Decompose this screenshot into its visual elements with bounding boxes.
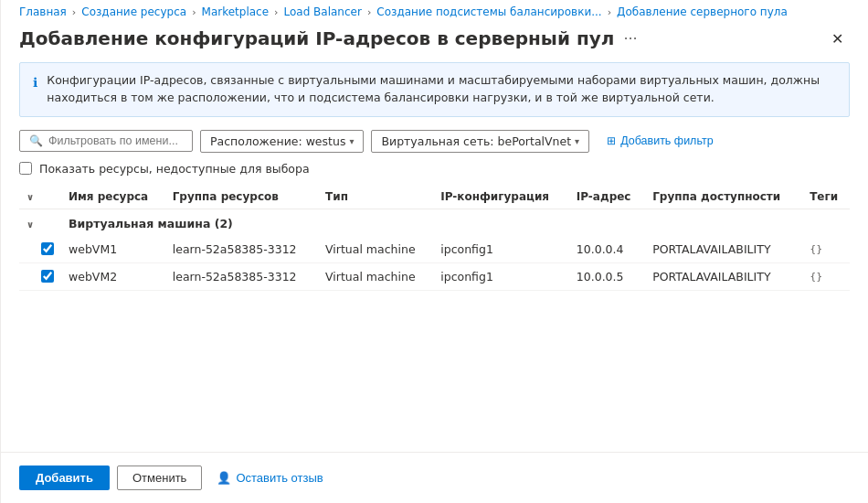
col-type[interactable]: Тип: [318, 185, 433, 209]
panel-title-row: Добавление конфигураций IP-адресов в сер…: [19, 27, 638, 49]
row2-type: Virtual machine: [318, 262, 433, 290]
breadcrumb-create[interactable]: Создание ресурса: [81, 5, 186, 18]
close-button[interactable]: ✕: [824, 26, 850, 51]
add-filter-label: Добавить фильтр: [620, 134, 714, 147]
row1-tags: {}: [802, 236, 850, 263]
vnet-filter-chevron: ▾: [575, 136, 579, 146]
row1-resource-group: learn-52a58385-3312: [165, 236, 318, 263]
breadcrumb-home[interactable]: Главная: [19, 5, 67, 18]
info-text: Конфигурации IP-адресов, связанные с вир…: [47, 72, 836, 107]
feedback-button[interactable]: 👤 Оставить отзыв: [209, 466, 330, 489]
row1-indent: [19, 236, 61, 263]
col-ip-config[interactable]: IP-конфигурация: [433, 185, 569, 209]
row1-ip-address: 10.0.0.4: [569, 236, 645, 263]
breadcrumb-sep-5: ›: [608, 6, 611, 18]
row1-checkbox[interactable]: [41, 242, 54, 255]
row1-name: webVM1: [61, 236, 165, 263]
cancel-button[interactable]: Отменить: [117, 466, 202, 490]
show-unavailable-checkbox[interactable]: [19, 162, 32, 175]
breadcrumb-sep-3: ›: [274, 6, 278, 18]
filters-row: 🔍 Расположение: westus ▾ Виртуальная сет…: [1, 130, 868, 162]
col-name[interactable]: Имя ресурса: [61, 185, 165, 209]
show-unavailable-row: Показать ресурсы, недоступные для выбора: [1, 162, 868, 185]
vnet-filter-label: Виртуальная сеть: bePortalVnet: [381, 134, 571, 148]
location-filter-label: Расположение: westus: [210, 134, 345, 148]
row1-availability-group: PORTALAVAILABILITY: [645, 236, 802, 263]
info-box: ℹ Конфигурации IP-адресов, связанные с в…: [19, 62, 850, 117]
group-chevron-icon[interactable]: ∨: [26, 219, 34, 230]
page-title: Добавление конфигураций IP-адресов в сер…: [19, 27, 614, 49]
breadcrumb-sep-4: ›: [367, 6, 371, 18]
row2-indent: [19, 262, 61, 290]
info-icon: ℹ: [33, 73, 37, 92]
breadcrumb-lb[interactable]: Load Balancer: [283, 5, 361, 18]
feedback-icon: 👤: [217, 471, 231, 485]
search-input[interactable]: [48, 134, 183, 147]
breadcrumb-create-lb[interactable]: Создание подсистемы балансировки...: [376, 5, 601, 18]
panel-header: Добавление конфигураций IP-адресов в сер…: [1, 22, 868, 62]
group-chevron-cell: ∨: [19, 209, 61, 236]
breadcrumb: Главная › Создание ресурса › Marketplace…: [1, 0, 868, 22]
table-container: ∨ Имя ресурса Группа ресурсов Тип IP-кон…: [1, 185, 868, 453]
row1-ip-config: ipconfig1: [433, 236, 569, 263]
feedback-label: Оставить отзыв: [236, 471, 323, 485]
col-expand: ∨: [19, 185, 61, 209]
row1-type: Virtual machine: [318, 236, 433, 263]
search-icon: 🔍: [29, 134, 43, 147]
group-label: Виртуальная машина (2): [61, 209, 850, 236]
row2-resource-group: learn-52a58385-3312: [165, 262, 318, 290]
table-header-row: ∨ Имя ресурса Группа ресурсов Тип IP-кон…: [19, 185, 850, 209]
col-ip-address[interactable]: IP-адрес: [569, 185, 645, 209]
location-filter-chevron: ▾: [349, 136, 354, 146]
group-row-vm: ∨ Виртуальная машина (2): [19, 209, 850, 236]
row2-checkbox[interactable]: [41, 270, 54, 283]
resources-table: ∨ Имя ресурса Группа ресурсов Тип IP-кон…: [19, 185, 850, 291]
breadcrumb-sep-1: ›: [72, 6, 76, 18]
breadcrumb-sep-2: ›: [192, 6, 196, 18]
row2-name: webVM2: [61, 262, 165, 290]
vnet-filter[interactable]: Виртуальная сеть: bePortalVnet ▾: [371, 130, 589, 153]
col-tags[interactable]: Теги: [802, 185, 850, 209]
col-resource-group[interactable]: Группа ресурсов: [165, 185, 318, 209]
col-availability-group[interactable]: Группа доступности: [645, 185, 802, 209]
row2-tags: {}: [802, 262, 850, 290]
header-chevron-icon[interactable]: ∨: [26, 192, 34, 202]
table-row: webVM2 learn-52a58385-3312 Virtual machi…: [19, 262, 850, 290]
table-row: webVM1 learn-52a58385-3312 Virtual machi…: [19, 236, 850, 263]
filter-search-box[interactable]: 🔍: [19, 130, 193, 152]
row2-ip-address: 10.0.0.5: [569, 262, 645, 290]
show-unavailable-label: Показать ресурсы, недоступные для выбора: [39, 162, 310, 176]
row2-ip-config: ipconfig1: [433, 262, 569, 290]
row2-availability-group: PORTALAVAILABILITY: [645, 262, 802, 290]
add-filter-button[interactable]: ⊞ Добавить фильтр: [597, 130, 724, 152]
breadcrumb-marketplace[interactable]: Marketplace: [202, 5, 270, 18]
location-filter[interactable]: Расположение: westus ▾: [200, 130, 364, 153]
main-panel: Главная › Создание ресурса › Marketplace…: [0, 0, 868, 503]
title-ellipsis[interactable]: ···: [623, 30, 637, 48]
breadcrumb-add-pool[interactable]: Добавление серверного пула: [617, 5, 788, 18]
filter-icon: ⊞: [607, 134, 616, 147]
panel-footer: Добавить Отменить 👤 Оставить отзыв: [1, 452, 868, 503]
add-button[interactable]: Добавить: [19, 466, 110, 490]
